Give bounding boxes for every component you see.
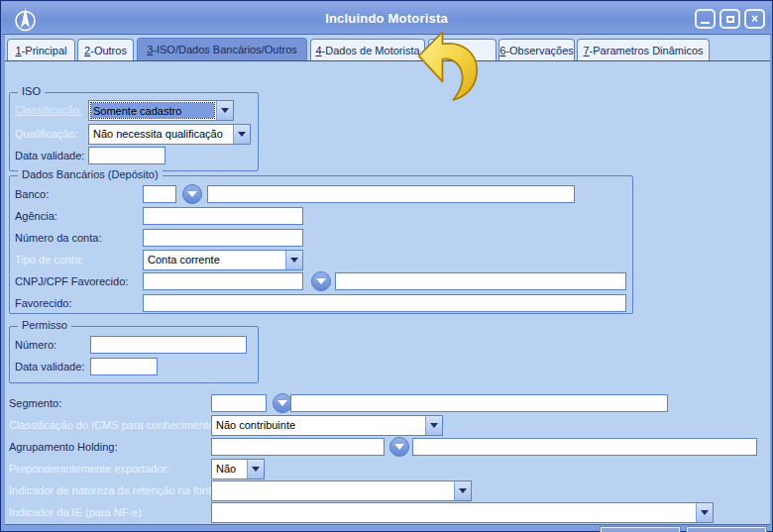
indicador-ie-label: Indicador da IE (para NF-e): <box>9 506 145 518</box>
callout-arrow <box>415 27 483 102</box>
confirmar-button[interactable]: Confirmar <box>601 527 680 532</box>
indicador-ie-select[interactable] <box>211 502 714 523</box>
cnpj-lookup-button[interactable] <box>311 271 331 291</box>
classificacao-selection-highlight: Somente cadastro <box>91 103 214 118</box>
numero-conta-label: Número da conta: <box>15 232 101 244</box>
tab-7-parametros-dinamicos[interactable]: 7 - Parametros Dinâmicos <box>577 39 710 60</box>
chevron-down-icon <box>277 400 287 411</box>
indicador-retencao-select[interactable] <box>211 480 472 501</box>
permisso-legend: Permisso <box>18 319 71 331</box>
agrupamento-nome-input[interactable] <box>412 438 757 456</box>
dialog-body: 1 - Principal 2 - Outros 3 - ISO/Dados B… <box>5 35 770 525</box>
banco-codigo-input[interactable] <box>143 185 176 203</box>
chevron-down-icon[interactable] <box>233 125 250 144</box>
banco-label: Banco: <box>15 188 49 200</box>
favorecido-input[interactable] <box>143 294 626 312</box>
close-icon: × <box>751 12 758 26</box>
agrupamento-lookup-button[interactable] <box>389 437 409 457</box>
cnpj-nome-input[interactable] <box>335 272 626 290</box>
chevron-down-icon[interactable] <box>285 251 302 269</box>
minimize-button[interactable] <box>695 9 716 29</box>
dialog-window: Incluindo Motorista × 1 - Principal 2 - … <box>0 0 773 532</box>
cancelar-button[interactable]: Cancelar <box>687 527 766 532</box>
window-title: Incluindo Motorista <box>2 2 771 35</box>
tab-3-iso-dados-bancarios-outros[interactable]: 3 - ISO/Dados Bancários/Outros <box>137 38 307 60</box>
icms-select[interactable]: Não contribuinte <box>211 415 443 436</box>
agencia-label: Agência: <box>15 210 57 222</box>
chevron-down-icon <box>394 444 404 455</box>
permisso-numero-label: Número: <box>15 339 56 351</box>
tab-6-observacoes[interactable]: 6 - Observações <box>498 39 575 60</box>
agencia-input[interactable] <box>143 207 303 225</box>
qualificacao-label: Qualificação: <box>15 128 78 140</box>
tab-page-iso-dados-bancarios: ISO Classificação: Somente cadastro Qual… <box>5 60 770 524</box>
chevron-down-icon[interactable] <box>247 460 264 479</box>
qualificacao-select[interactable]: Não necessita qualificação <box>88 124 251 145</box>
cnpj-cpf-input[interactable] <box>143 272 303 290</box>
tipo-conta-select[interactable]: Conta corrente <box>143 250 303 270</box>
dados-bancarios-legend: Dados Bancários (Depósito) <box>18 168 163 180</box>
preponderante-exportador-select[interactable]: Não <box>211 459 265 479</box>
icms-label: Classificação do ICMS para conhecimentos… <box>9 419 223 431</box>
permisso-data-validade-input[interactable] <box>90 358 158 375</box>
tipo-conta-label: Tipo de conta: <box>15 254 83 266</box>
cnpj-cpf-favorecido-label: CNPJ/CPF Favorecido: <box>15 275 128 287</box>
banco-lookup-button[interactable] <box>182 184 202 204</box>
iso-group-legend: ISO <box>18 85 45 97</box>
chevron-down-icon <box>316 278 326 289</box>
chevron-down-icon[interactable] <box>454 481 471 500</box>
tab-4-dados-de-motorista[interactable]: 4 - Dados de Motorista <box>310 39 425 60</box>
permisso-numero-input[interactable] <box>90 336 247 354</box>
iso-data-validade-label: Data validade: <box>15 150 84 161</box>
segmento-nome-input[interactable] <box>290 394 668 412</box>
chevron-down-icon[interactable] <box>425 416 442 435</box>
iso-data-validade-input[interactable] <box>88 147 166 164</box>
agrupamento-holding-label: Agrupamento Holding: <box>9 441 117 453</box>
classificacao-select[interactable]: Somente cadastro <box>88 100 234 121</box>
permisso-data-validade-label: Data validade: <box>15 361 84 372</box>
agrupamento-codigo-input[interactable] <box>211 438 385 456</box>
favorecido-label: Favorecido: <box>15 297 71 309</box>
chevron-down-icon <box>187 191 197 202</box>
minimize-icon <box>701 22 710 24</box>
indicador-retencao-label: Indicador de natureza da retenção na fon… <box>9 484 220 496</box>
close-button[interactable]: × <box>744 9 765 29</box>
chevron-down-icon[interactable] <box>696 503 713 522</box>
tab-1-principal[interactable]: 1 - Principal <box>7 39 75 60</box>
chevron-down-icon[interactable] <box>216 101 233 120</box>
segmento-lookup-button[interactable] <box>273 393 292 413</box>
tab-2-outros[interactable]: 2 - Outros <box>77 39 134 60</box>
maximize-icon <box>726 16 734 23</box>
banco-nome-input[interactable] <box>207 185 575 203</box>
preponderante-exportador-label: Preponderantemente exportador: <box>9 463 169 475</box>
titlebar[interactable]: Incluindo Motorista × <box>2 2 771 35</box>
maximize-button[interactable] <box>719 9 740 29</box>
segmento-label: Segmento: <box>9 397 61 409</box>
segmento-codigo-input[interactable] <box>211 394 267 412</box>
classificacao-label: Classificação: <box>15 104 82 116</box>
numero-conta-input[interactable] <box>143 229 303 247</box>
